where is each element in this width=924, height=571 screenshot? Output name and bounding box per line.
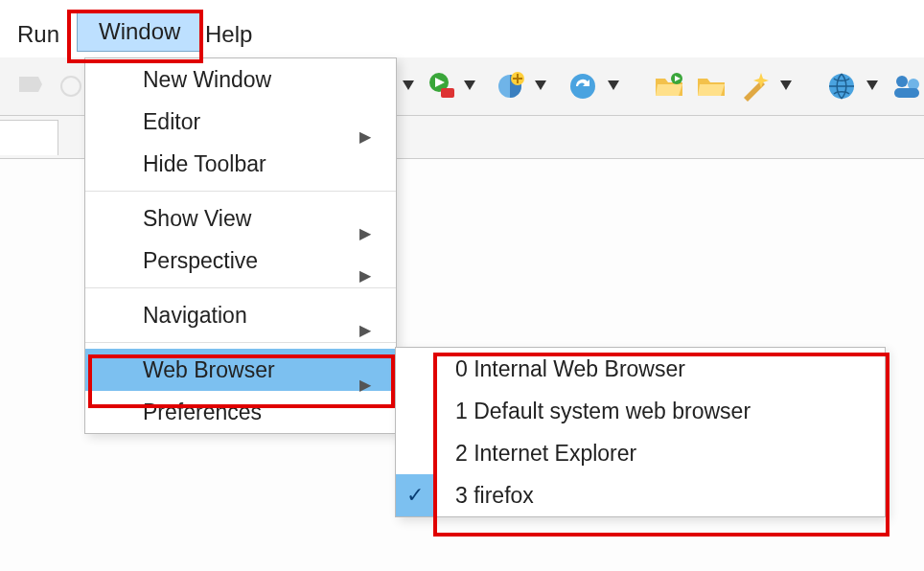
svg-rect-12	[894, 88, 919, 98]
svg-point-0	[61, 77, 81, 96]
toolbar-dropdown-caret[interactable]	[464, 80, 475, 90]
menu-item-label: 1 Default system web browser	[455, 399, 751, 423]
submenu-arrow-icon: ▶	[359, 255, 371, 297]
toolbar-ghost-icon	[58, 73, 84, 100]
browser-option-firefox[interactable]: ✓3 firefox	[396, 474, 885, 516]
run-external-icon[interactable]	[426, 71, 456, 102]
team-icon[interactable]	[891, 71, 922, 102]
menubar: Run Window Help	[0, 0, 924, 58]
menu-item-label: Navigation	[143, 303, 247, 328]
menu-window[interactable]: Window	[77, 11, 202, 52]
check-icon: ✓	[396, 474, 434, 516]
menu-item-label: New Window	[143, 67, 271, 92]
toolbar-dropdown-caret[interactable]	[866, 80, 878, 90]
menu-item-label: Hide Toolbar	[143, 151, 266, 176]
folder-icon[interactable]	[696, 71, 727, 102]
menu-item-label: 3 firefox	[455, 483, 534, 508]
menu-item-label: Preferences	[143, 400, 262, 424]
menu-perspective[interactable]: Perspective▶	[85, 240, 396, 282]
menu-item-label: 0 Internal Web Browser	[455, 356, 685, 381]
menu-separator	[85, 342, 396, 343]
menu-item-label: Web Browser	[143, 357, 275, 382]
toolbar-ghost-icon	[17, 73, 44, 100]
menu-preferences[interactable]: Preferences	[85, 391, 396, 433]
menu-hide-toolbar[interactable]: Hide Toolbar	[85, 143, 396, 185]
submenu-arrow-icon: ▶	[359, 309, 371, 352]
menu-item-label: Editor	[143, 109, 200, 134]
browser-option-internal[interactable]: 0 Internal Web Browser	[396, 348, 885, 390]
toolbar-dropdown-caret[interactable]	[608, 80, 619, 90]
menu-web-browser[interactable]: Web Browser▶	[85, 349, 396, 391]
toolbar-dropdown-caret[interactable]	[403, 80, 414, 90]
globe-icon[interactable]	[826, 71, 857, 102]
menu-separator	[85, 191, 396, 192]
svg-point-10	[896, 76, 908, 87]
menu-item-label: Perspective	[143, 248, 258, 273]
svg-rect-3	[441, 88, 454, 98]
menu-help[interactable]: Help	[205, 21, 252, 48]
browser-option-ie[interactable]: 2 Internet Explorer	[396, 432, 885, 474]
sync-icon[interactable]	[567, 71, 598, 102]
menu-new-window[interactable]: New Window	[85, 58, 396, 101]
menu-separator	[85, 287, 396, 288]
menu-item-label: 2 Internet Explorer	[455, 441, 636, 466]
menu-show-view[interactable]: Show View▶	[85, 197, 396, 240]
menu-item-label: Show View	[143, 206, 251, 231]
toolbar-dropdown-caret[interactable]	[780, 80, 792, 90]
web-browser-submenu: 0 Internal Web Browser 1 Default system …	[395, 347, 886, 517]
wand-icon[interactable]	[740, 71, 771, 102]
browser-option-default-system[interactable]: 1 Default system web browser	[396, 390, 885, 432]
menu-run[interactable]: Run	[17, 21, 59, 48]
window-menu-dropdown: New Window Editor▶ Hide Toolbar Show Vie…	[84, 57, 397, 434]
toolbar-dropdown-caret[interactable]	[535, 80, 546, 90]
menu-navigation[interactable]: Navigation▶	[85, 294, 396, 336]
menu-editor[interactable]: Editor▶	[85, 101, 396, 143]
new-server-icon[interactable]	[495, 71, 525, 102]
editor-tab-stub	[0, 120, 58, 155]
folder-open-icon[interactable]	[654, 71, 684, 102]
